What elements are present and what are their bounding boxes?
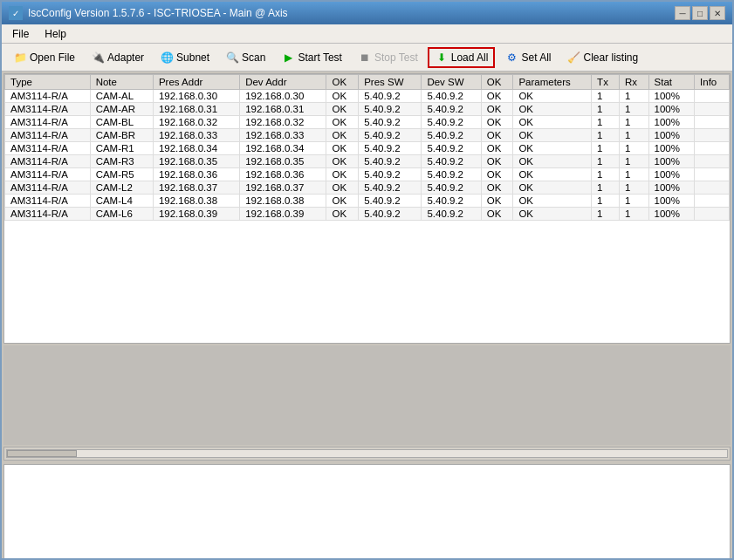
table-cell: 100%: [648, 195, 695, 208]
table-row[interactable]: AM3114-R/ACAM-AL192.168.0.30192.168.0.30…: [5, 90, 730, 103]
table-header-row: Type Note Pres Addr Dev Addr OK Pres SW …: [5, 75, 730, 90]
table-cell: 5.40.9.2: [422, 103, 481, 116]
table-row[interactable]: AM3114-R/ACAM-R5192.168.0.36192.168.0.36…: [5, 168, 730, 181]
col-dev-addr: Dev Addr: [240, 75, 326, 90]
table-cell: 1: [592, 116, 620, 129]
table-cell: AM3114-R/A: [5, 129, 91, 142]
table-row[interactable]: AM3114-R/ACAM-R1192.168.0.34192.168.0.34…: [5, 142, 730, 155]
maximize-button[interactable]: □: [692, 6, 708, 20]
stop-test-button[interactable]: ⏹ Stop Test: [352, 47, 424, 68]
table-cell: OK: [481, 208, 513, 221]
table-cell: 100%: [648, 129, 695, 142]
table-cell: OK: [481, 155, 513, 168]
table-cell: 5.40.9.2: [359, 181, 422, 195]
table-cell: OK: [513, 168, 592, 181]
table-cell: 5.40.9.2: [359, 116, 422, 129]
log-area[interactable]: [3, 464, 731, 560]
table-cell: 5.40.9.2: [359, 103, 422, 116]
table-cell: 5.40.9.2: [422, 116, 481, 129]
main-content: Type Note Pres Addr Dev Addr OK Pres SW …: [2, 72, 732, 560]
table-cell: OK: [513, 129, 592, 142]
table-row[interactable]: AM3114-R/ACAM-L4192.168.0.38192.168.0.38…: [5, 195, 730, 208]
table-cell: 100%: [648, 155, 695, 168]
set-all-button[interactable]: ⚙ Set All: [498, 47, 557, 68]
menu-file[interactable]: File: [5, 26, 36, 42]
table-cell: 5.40.9.2: [359, 155, 422, 168]
table-cell: CAM-AR: [90, 103, 153, 116]
table-cell: 192.168.0.31: [153, 103, 239, 116]
scroll-thumb[interactable]: [7, 450, 77, 457]
adapter-button[interactable]: 🔌 Adapter: [85, 47, 150, 68]
table-cell: CAM-AL: [90, 90, 153, 103]
load-all-button[interactable]: ⬇ Load All: [428, 47, 496, 68]
title-bar: ✓ IscConfig Version 1.5.7.6 - ISC-TRIOSE…: [2, 2, 732, 24]
col-tx: Tx: [592, 75, 620, 90]
table-cell: 5.40.9.2: [422, 208, 481, 221]
window-controls: ─ □ ✕: [675, 6, 725, 20]
table-cell: 1: [620, 103, 649, 116]
table-cell: AM3114-R/A: [5, 90, 91, 103]
table-cell: [695, 129, 730, 142]
table-row[interactable]: AM3114-R/ACAM-R3192.168.0.35192.168.0.35…: [5, 155, 730, 168]
col-pres-sw: Pres SW: [359, 75, 422, 90]
scan-button[interactable]: 🔍 Scan: [219, 47, 271, 68]
table-cell: OK: [513, 142, 592, 155]
table-area[interactable]: Type Note Pres Addr Dev Addr OK Pres SW …: [3, 73, 731, 344]
stop-test-label: Stop Test: [374, 51, 418, 64]
table-cell: OK: [326, 90, 359, 103]
table-cell: 5.40.9.2: [359, 195, 422, 208]
table-cell: 5.40.9.2: [422, 155, 481, 168]
table-row[interactable]: AM3114-R/ACAM-L2192.168.0.37192.168.0.37…: [5, 181, 730, 195]
table-cell: 1: [592, 208, 620, 221]
clear-listing-button[interactable]: 🧹 Clear listing: [560, 47, 644, 68]
table-cell: AM3114-R/A: [5, 195, 91, 208]
table-cell: 1: [592, 90, 620, 103]
table-cell: 192.168.0.39: [153, 208, 239, 221]
table-cell: 192.168.0.35: [240, 155, 326, 168]
minimize-button[interactable]: ─: [675, 6, 690, 20]
table-cell: OK: [513, 155, 592, 168]
window-title: IscConfig Version 1.5.7.6 - ISC-TRIOSEA …: [28, 7, 288, 19]
table-cell: CAM-L6: [90, 208, 153, 221]
table-cell: OK: [481, 116, 513, 129]
table-cell: AM3114-R/A: [5, 103, 91, 116]
close-button[interactable]: ✕: [710, 6, 725, 20]
table-cell: CAM-R1: [90, 142, 153, 155]
table-cell: OK: [481, 129, 513, 142]
horizontal-scrollbar[interactable]: [3, 447, 731, 461]
table-cell: 5.40.9.2: [422, 142, 481, 155]
table-cell: 5.40.9.2: [422, 181, 481, 195]
table-cell: 192.168.0.39: [240, 208, 326, 221]
table-cell: 5.40.9.2: [422, 195, 481, 208]
table-cell: 5.40.9.2: [359, 142, 422, 155]
scan-label: Scan: [242, 51, 265, 64]
table-cell: CAM-BR: [90, 129, 153, 142]
table-cell: 100%: [648, 208, 695, 221]
scan-icon: 🔍: [225, 51, 239, 65]
table-cell: AM3114-R/A: [5, 208, 91, 221]
table-cell: 192.168.0.31: [240, 103, 326, 116]
table-cell: 1: [620, 195, 649, 208]
scroll-track[interactable]: [6, 449, 728, 458]
play-icon: ▶: [281, 51, 295, 65]
subnet-button[interactable]: 🌐 Subnet: [154, 47, 216, 68]
start-test-button[interactable]: ▶ Start Test: [275, 47, 347, 68]
table-cell: 192.168.0.33: [153, 129, 239, 142]
table-row[interactable]: AM3114-R/ACAM-AR192.168.0.31192.168.0.31…: [5, 103, 730, 116]
adapter-icon: 🔌: [91, 51, 105, 65]
table-cell: [695, 116, 730, 129]
table-cell: [695, 90, 730, 103]
table-cell: OK: [481, 168, 513, 181]
table-row[interactable]: AM3114-R/ACAM-L6192.168.0.39192.168.0.39…: [5, 208, 730, 221]
clear-icon: 🧹: [566, 51, 580, 65]
menu-help[interactable]: Help: [38, 26, 73, 42]
set-icon: ⚙: [504, 51, 518, 65]
table-cell: 192.168.0.34: [240, 142, 326, 155]
table-cell: OK: [513, 90, 592, 103]
table-cell: [695, 208, 730, 221]
table-row[interactable]: AM3114-R/ACAM-BR192.168.0.33192.168.0.33…: [5, 129, 730, 142]
open-file-button[interactable]: 📁 Open File: [7, 47, 81, 68]
table-cell: 192.168.0.32: [153, 116, 239, 129]
table-cell: 100%: [648, 90, 695, 103]
table-row[interactable]: AM3114-R/ACAM-BL192.168.0.32192.168.0.32…: [5, 116, 730, 129]
